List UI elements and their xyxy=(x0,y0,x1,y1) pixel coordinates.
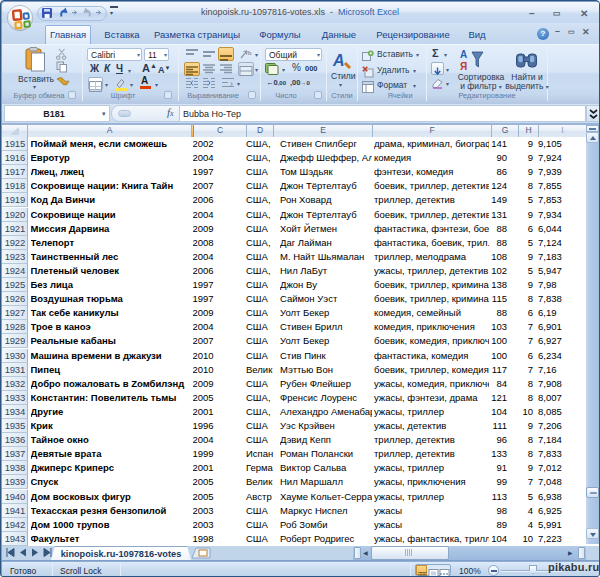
svg-text:А: А xyxy=(460,49,467,60)
svg-text:b: b xyxy=(248,50,252,56)
svg-text:Я: Я xyxy=(460,61,467,72)
svg-text:A: A xyxy=(332,52,345,69)
